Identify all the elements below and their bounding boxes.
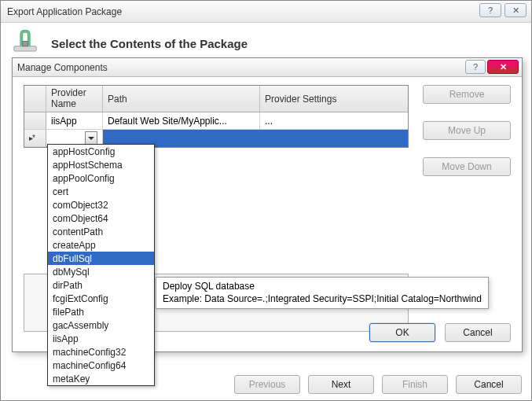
ok-button[interactable]: OK [369,323,435,342]
close-icon[interactable]: ✕ [487,60,519,74]
dropdown-item-apppoolconfig[interactable]: appPoolConfig [48,171,154,185]
close-icon[interactable]: ✕ [504,3,526,17]
dropdown-item-contentpath[interactable]: contentPath [48,225,154,238]
dropdown-item-metakey[interactable]: metaKey [48,372,154,385]
move-up-button[interactable]: Move Up [423,121,511,140]
dropdown-item-machineconfig32[interactable]: machineConfig32 [48,345,154,359]
outer-titlebar: Export Application Package ? ✕ [1,1,531,23]
dropdown-item-createapp[interactable]: createApp [48,238,154,252]
outer-header-text: Select the Contents of the Package [51,37,248,50]
manage-components-dialog: Manage Components ? ✕ Provider Name Path… [12,57,523,352]
grid-header-settings: Provider Settings [260,86,408,112]
dropdown-item-dbfullsql[interactable]: dbFullSql [48,252,154,265]
cancel-button[interactable]: Cancel [445,323,511,342]
finish-button[interactable]: Finish [382,375,448,394]
dropdown-item-cert[interactable]: cert [48,185,154,198]
tooltip-line2: Example: Data Source=.;Integrated Securi… [163,293,482,306]
row-header [24,112,46,130]
tooltip-line1: Deploy SQL database [163,281,482,293]
grid-header: Provider Name Path Provider Settings [24,86,408,112]
dropdown-item-comobject64[interactable]: comObject64 [48,212,154,225]
grid-header-provider: Provider Name [46,86,103,112]
inner-titlebar: Manage Components ? ✕ [13,58,522,77]
table-row[interactable]: iisApp Default Web Site/MyApplic... ... [24,112,408,130]
dropdown-item-apphostschema[interactable]: appHostSchema [48,158,154,171]
dropdown-item-dbmysql[interactable]: dbMySql [48,265,154,278]
help-icon[interactable]: ? [465,60,486,74]
svg-rect-1 [23,41,28,46]
help-icon[interactable]: ? [479,3,501,17]
remove-button[interactable]: Remove [423,85,511,104]
provider-dropdown-list[interactable]: appHostConfig appHostSchema appPoolConfi… [47,144,155,386]
next-button[interactable]: Next [308,375,374,394]
dropdown-item-gacassembly[interactable]: gacAssembly [48,318,154,332]
cancel-button[interactable]: Cancel [456,375,522,394]
provider-dropdown-button[interactable] [85,131,97,145]
cell-path[interactable]: Default Web Site/MyApplic... [103,112,260,130]
dropdown-tooltip: Deploy SQL database Example: Data Source… [156,277,489,309]
export-package-window: Export Application Package ? ✕ Select th… [0,0,532,401]
dropdown-item-fcgiextconfig[interactable]: fcgiExtConfig [48,292,154,305]
cell-settings[interactable]: ... [260,112,408,130]
outer-title: Export Application Package [7,6,122,17]
previous-button[interactable]: Previous [234,375,300,394]
package-icon [10,28,40,60]
cell-provider[interactable]: iisApp [46,112,103,130]
dropdown-item-filepath[interactable]: filePath [48,305,154,318]
dropdown-item-dirpath[interactable]: dirPath [48,278,154,292]
grid-header-path: Path [103,86,260,112]
row-header-new: ▸* [24,130,46,147]
dropdown-item-iisapp[interactable]: iisApp [48,332,154,345]
grid-header-rowselector [24,86,46,112]
move-down-button[interactable]: Move Down [423,157,511,176]
cell-settings-new[interactable] [260,130,408,147]
dropdown-item-apphostconfig[interactable]: appHostConfig [48,145,154,158]
dropdown-item-machineconfig64[interactable]: machineConfig64 [48,359,154,372]
components-grid[interactable]: Provider Name Path Provider Settings iis… [24,85,409,148]
svg-rect-0 [14,46,37,51]
inner-title: Manage Components [17,62,108,73]
dropdown-item-comobject32[interactable]: comObject32 [48,198,154,212]
